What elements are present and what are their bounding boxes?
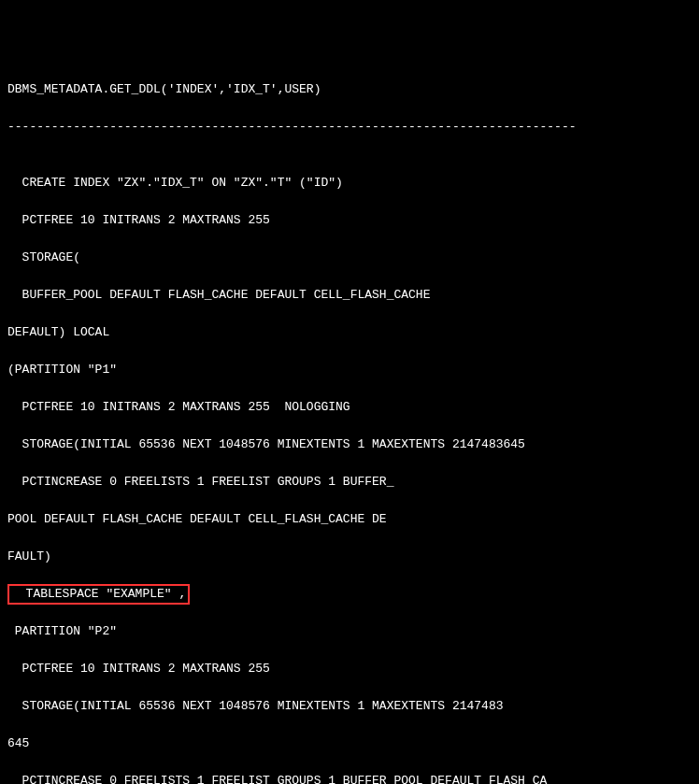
ddl-line: CREATE INDEX "ZX"."IDX_T" ON "ZX"."T" ("… xyxy=(7,174,692,192)
ddl-line: PCTFREE 10 INITRANS 2 MAXTRANS 255 xyxy=(7,660,692,678)
ddl-line: BUFFER_POOL DEFAULT FLASH_CACHE DEFAULT … xyxy=(7,286,692,305)
ddl-line: 645 xyxy=(7,734,692,753)
ddl-line: (PARTITION "P1" xyxy=(7,361,692,379)
ddl-line: STORAGE(INITIAL 65536 NEXT 1048576 MINEX… xyxy=(7,697,692,716)
ddl-line: FAULT) xyxy=(7,548,692,566)
ddl-line: DEFAULT) LOCAL xyxy=(7,323,692,342)
divider: ----------------------------------------… xyxy=(7,118,692,136)
ddl-line: POOL DEFAULT FLASH_CACHE DEFAULT CELL_FL… xyxy=(7,510,692,529)
ddl-line: PCTFREE 10 INITRANS 2 MAXTRANS 255 xyxy=(7,211,692,230)
ddl-line: PARTITION "P2" xyxy=(7,622,692,641)
tablespace-highlight-p1: TABLESPACE "EXAMPLE" , xyxy=(7,585,692,604)
highlight-box: TABLESPACE "EXAMPLE" , xyxy=(7,584,190,605)
column-header: DBMS_METADATA.GET_DDL('INDEX','IDX_T',US… xyxy=(7,80,692,99)
ddl-line: STORAGE(INITIAL 65536 NEXT 1048576 MINEX… xyxy=(7,435,692,454)
ddl-line: PCTINCREASE 0 FREELISTS 1 FREELIST GROUP… xyxy=(7,772,692,784)
ddl-line: PCTFREE 10 INITRANS 2 MAXTRANS 255 NOLOG… xyxy=(7,398,692,417)
ddl-line: PCTINCREASE 0 FREELISTS 1 FREELIST GROUP… xyxy=(7,473,692,492)
ddl-line: STORAGE( xyxy=(7,249,692,267)
